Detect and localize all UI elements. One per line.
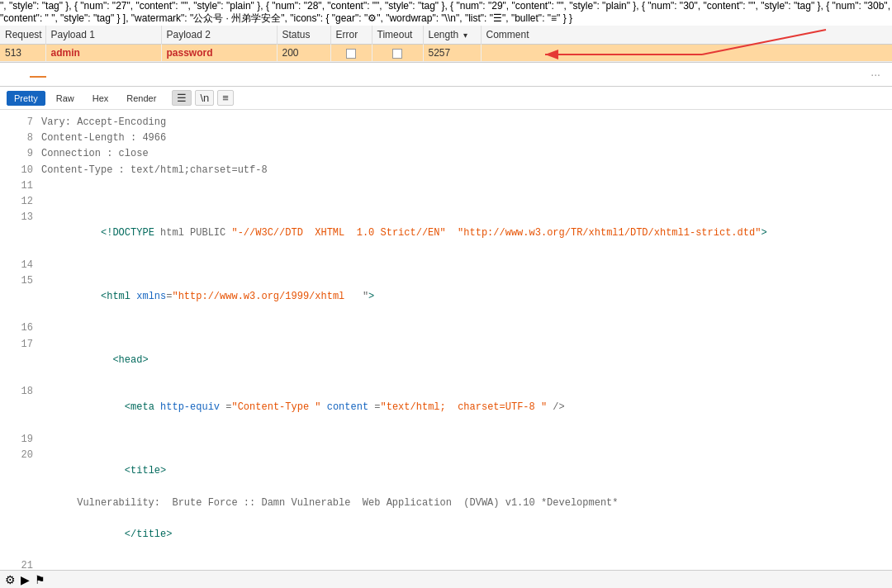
code-line-10: 10 Content-Type : text/html;charset=utf-… [10,163,882,178]
bullet-icon-btn[interactable]: ≡ [217,90,234,106]
code-line-17: 17 <head> [10,337,882,385]
code-line-19: 19 [10,432,882,448]
format-pretty-btn[interactable]: Pretty [7,91,45,106]
code-line-20: 20 <title> [10,448,882,496]
code-line-12: 12 [10,194,882,210]
bottom-panel: ··· Pretty Raw Hex Render ☰ \n ≡ 7 Vary:… [0,63,892,588]
tabs-bar: ··· [0,63,892,87]
col-header-payload1[interactable]: Payload 1 [45,26,161,45]
cell-payload2: password [161,45,277,62]
col-header-status[interactable]: Status [277,26,330,45]
list-icon-btn[interactable]: ☰ [172,90,192,106]
cell-status: 200 [277,45,330,62]
main-container: Request Payload 1 Payload 2 Status Error… [0,26,892,588]
format-raw-btn[interactable]: Raw [49,91,82,106]
sort-icon: ▾ [463,31,467,40]
code-line-15: 15 <html xmlns="http://www.w3.org/1999/x… [10,273,882,321]
code-line-18: 18 <meta http-equiv ="Content-Type " con… [10,384,882,432]
col-header-length[interactable]: Length ▾ [423,26,481,45]
format-hex-btn[interactable]: Hex [85,91,116,106]
code-line-8: 8 Content-Length : 4966 [10,130,882,146]
cell-timeout [372,45,423,62]
results-table: Request Payload 1 Payload 2 Status Error… [0,26,892,62]
col-header-timeout[interactable]: Timeout [372,26,423,45]
code-line-9: 9 Connection : close [10,146,882,162]
tab-request[interactable] [7,71,23,78]
timeout-checkbox [392,49,402,59]
table-header-row: Request Payload 1 Payload 2 Status Error… [0,26,892,45]
more-options-icon[interactable]: ··· [866,66,885,83]
table-row-highlighted[interactable]: 513 admin password 200 5257 [0,45,892,62]
bottom-gear-icon[interactable]: ⚙ [5,573,16,586]
cell-request: 513 [0,45,45,62]
bottom-play-icon[interactable]: ▶ [21,573,30,586]
cell-comment [481,45,892,62]
cell-payload1: admin [45,45,161,62]
cell-error [330,45,372,62]
col-header-comment[interactable]: Comment [481,26,892,45]
col-header-payload2[interactable]: Payload 2 [161,26,277,45]
bottom-flag-icon[interactable]: ⚑ [35,573,45,586]
code-line-16: 16 [10,320,882,336]
code-line-20c: </title> [10,511,882,559]
code-line-11: 11 [10,178,882,194]
code-line-13: 13 <!DOCTYPE html PUBLIC "-//W3C//DTD XH… [10,210,882,258]
wordwrap-icon-btn[interactable]: \n [195,90,214,106]
cell-length: 5257 [423,45,481,62]
bottom-toolbar: ⚙ ▶ ⚑ [0,570,892,588]
error-checkbox [346,49,356,59]
table-section: Request Payload 1 Payload 2 Status Error… [0,26,892,63]
col-header-request[interactable]: Request [0,26,45,45]
format-bar: Pretty Raw Hex Render ☰ \n ≡ [0,87,892,110]
code-line-7: 7 Vary: Accept-Encoding [10,115,882,130]
table-body: 513 admin password 200 5257 [0,45,892,62]
code-area[interactable]: 7 Vary: Accept-Encoding 8 Content-Length… [0,110,892,588]
format-render-btn[interactable]: Render [119,91,164,106]
code-line-14: 14 [10,258,882,273]
col-header-error[interactable]: Error [330,26,372,45]
tab-response[interactable] [30,71,46,78]
code-line-20b: Vulnerability: Brute Force :: Damn Vulne… [10,496,882,511]
